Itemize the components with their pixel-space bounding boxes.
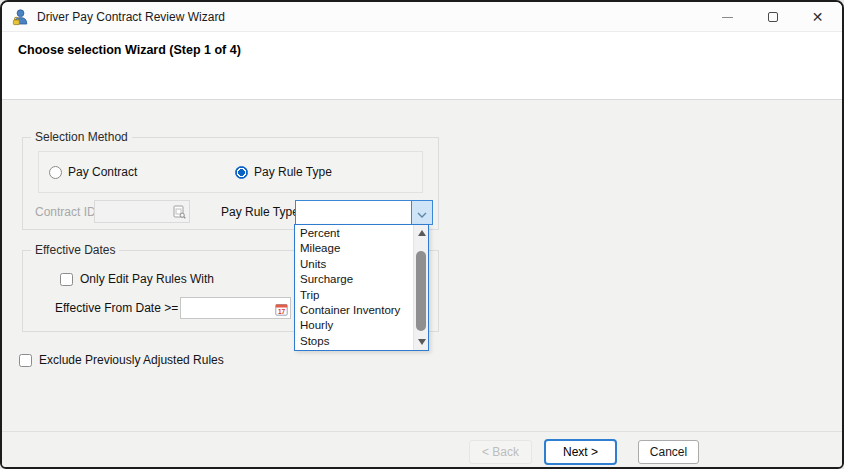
scroll-down-button[interactable] — [414, 335, 429, 349]
scroll-up-button[interactable] — [414, 226, 429, 240]
maximize-button[interactable] — [750, 2, 795, 32]
dropdown-scrollbar[interactable] — [413, 225, 428, 350]
dropdown-item[interactable]: Surcharge — [295, 272, 412, 287]
pay-rule-type-radio[interactable]: Pay Rule Type — [235, 165, 332, 179]
wizard-header: Choose selection Wizard (Step 1 of 4) — [2, 32, 842, 100]
person-lock-app-icon — [11, 8, 29, 26]
selection-radio-panel: Pay Contract Pay Rule Type — [38, 151, 423, 193]
titlebar: Driver Pay Contract Review Wizard ✕ — [2, 2, 842, 32]
dropdown-item[interactable]: Container Inventory — [295, 303, 412, 318]
pay-contract-label: Pay Contract — [68, 165, 137, 179]
dropdown-item[interactable]: Hourly — [295, 318, 412, 333]
dropdown-item[interactable]: Stops — [295, 334, 412, 349]
magnifier-document-icon — [173, 205, 186, 219]
minimize-icon — [722, 17, 733, 18]
only-edit-pay-rules-label: Only Edit Pay Rules With — [80, 272, 214, 286]
chevron-down-icon — [417, 204, 427, 222]
effective-from-date-label: Effective From Date >= — [55, 301, 178, 315]
back-button[interactable]: < Back — [469, 440, 532, 464]
maximize-icon — [768, 12, 778, 22]
dropdown-item[interactable]: Trip — [295, 288, 412, 303]
selection-method-group: Selection Method Pay Contract Pay Rule T… — [22, 137, 439, 230]
pay-contract-radio[interactable]: Pay Contract — [49, 165, 137, 179]
next-button[interactable]: Next > — [544, 439, 617, 465]
calendar-icon[interactable]: 17 — [275, 302, 288, 315]
dropdown-item[interactable]: Percent — [295, 226, 412, 241]
close-icon: ✕ — [812, 10, 824, 24]
combo-dropdown-button[interactable] — [411, 201, 432, 224]
radio-icon — [49, 166, 62, 179]
close-button[interactable]: ✕ — [795, 2, 840, 32]
window-controls: ✕ — [705, 2, 840, 32]
dropdown-item[interactable]: Mileage — [295, 241, 412, 256]
effective-dates-legend: Effective Dates — [31, 243, 119, 258]
pay-rule-type-input[interactable] — [296, 201, 412, 224]
checkbox-icon — [60, 273, 73, 286]
exclude-previously-adjusted-label: Exclude Previously Adjusted Rules — [39, 353, 224, 367]
dropdown-item[interactable]: Units — [295, 257, 412, 272]
contract-id-label: Contract ID — [35, 205, 96, 219]
radio-icon — [235, 166, 248, 179]
selection-method-legend: Selection Method — [31, 130, 132, 145]
driver-pay-wizard-window: Driver Pay Contract Review Wizard ✕ Choo… — [0, 0, 844, 469]
wizard-content: Selection Method Pay Contract Pay Rule T… — [2, 100, 842, 431]
scroll-up-icon — [418, 230, 426, 236]
pay-rule-type-field-label: Pay Rule Type — [221, 205, 299, 219]
window-title: Driver Pay Contract Review Wizard — [37, 10, 225, 24]
effective-from-date-field: 17 — [180, 297, 291, 319]
checkbox-icon — [19, 354, 32, 367]
scrollbar-thumb[interactable] — [416, 251, 426, 331]
cancel-button[interactable]: Cancel — [638, 440, 699, 464]
minimize-button[interactable] — [705, 2, 750, 32]
pay-rule-type-label: Pay Rule Type — [254, 165, 332, 179]
effective-from-date-input[interactable] — [181, 298, 290, 318]
contract-id-field — [94, 200, 190, 223]
wizard-footer: < Back Next > Cancel — [2, 431, 842, 467]
pay-rule-type-combobox[interactable] — [295, 200, 433, 225]
scroll-down-icon — [418, 339, 426, 345]
pay-rule-type-dropdown: PercentMileageUnitsSurchargeTripContaine… — [294, 224, 429, 351]
wizard-step-title: Choose selection Wizard (Step 1 of 4) — [2, 32, 842, 57]
only-edit-pay-rules-checkbox[interactable]: Only Edit Pay Rules With — [60, 272, 214, 286]
exclude-previously-adjusted-checkbox[interactable]: Exclude Previously Adjusted Rules — [19, 353, 224, 367]
svg-text:17: 17 — [278, 308, 286, 315]
dropdown-list: PercentMileageUnitsSurchargeTripContaine… — [295, 226, 412, 349]
